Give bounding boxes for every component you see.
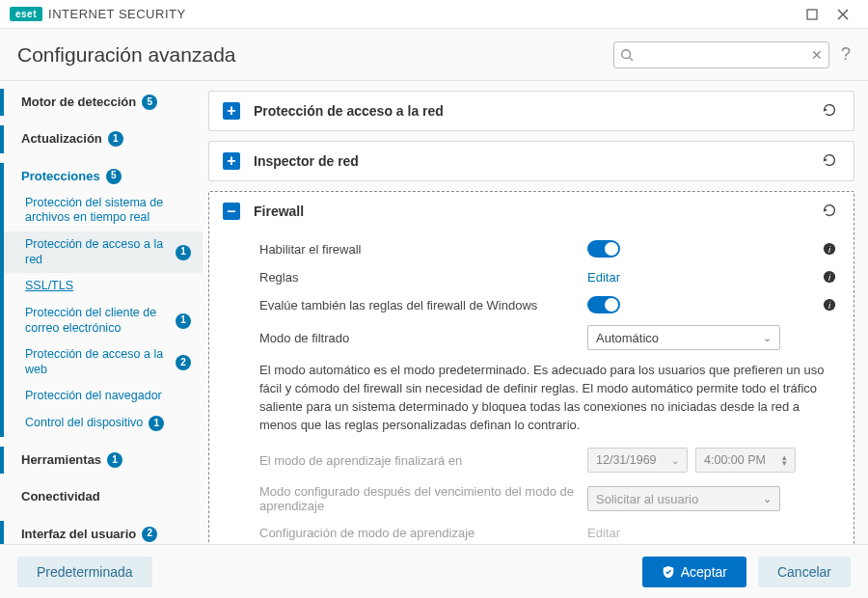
badge: 2: [142, 527, 157, 542]
collapse-icon: [223, 203, 240, 220]
info-icon[interactable]: i: [823, 270, 836, 284]
badge: 5: [106, 169, 122, 184]
badge: 5: [142, 95, 157, 110]
panel-header-firewall[interactable]: Firewall: [209, 192, 854, 231]
row-after-learning: Modo configurado después del vencimiento…: [259, 478, 836, 519]
badge: 2: [176, 355, 191, 370]
search-clear-button[interactable]: ✕: [811, 48, 828, 62]
undo-icon: [821, 151, 838, 169]
panel-title: Firewall: [254, 204, 304, 219]
cancel-button[interactable]: Cancelar: [758, 557, 851, 587]
svg-point-1: [622, 49, 631, 58]
label-eval-windows: Evalúe también las reglas del firewall d…: [259, 298, 587, 313]
toggle-eval-windows[interactable]: [587, 296, 620, 313]
date-learning-ends: 12/31/1969 ⌄: [587, 448, 688, 473]
search-icon: [620, 48, 634, 62]
search-box[interactable]: ✕: [613, 41, 829, 68]
undo-icon: [821, 101, 838, 119]
label-enable-firewall: Habilitar el firewall: [259, 242, 587, 257]
square-icon: [806, 9, 818, 20]
badge: 1: [176, 313, 191, 329]
badge: 1: [149, 416, 164, 431]
brand: eset INTERNET SECURITY: [10, 7, 186, 21]
sidebar: Motor de detección 5 Actualización 1 Pro…: [0, 81, 203, 544]
sidebar-item-realtime-fs[interactable]: Protección del sistema de archivos en ti…: [0, 190, 203, 231]
row-filter-mode: Modo de filtrado Automático ⌄: [259, 319, 836, 356]
chevron-down-icon: ⌄: [763, 493, 772, 505]
filter-mode-description: El modo automático es el modo predetermi…: [259, 356, 836, 442]
link-edit-rules[interactable]: Editar: [587, 270, 620, 285]
panel-header-net-access[interactable]: Protección de acceso a la red: [209, 92, 854, 130]
time-learning-ends: 4:00:00 PM ▴▾: [695, 448, 796, 473]
footer: Predeterminada Aceptar Cancelar: [0, 544, 868, 598]
search-input[interactable]: [634, 48, 811, 62]
sidebar-item-ssl-tls[interactable]: SSL/TLS: [0, 273, 203, 300]
row-learning-config: Configuración de modo de aprendizaje Edi…: [259, 519, 836, 544]
sidebar-item-net-access[interactable]: Protección de acceso a la red 1: [0, 231, 203, 273]
svg-line-2: [630, 57, 634, 61]
stepper-icon: ▴▾: [782, 454, 787, 467]
label-learning-config: Configuración de modo de aprendizaje: [259, 526, 587, 540]
badge: 1: [176, 245, 191, 260]
header: Configuración avanzada ✕ ?: [0, 29, 868, 81]
sidebar-item-ui[interactable]: Interfaz del usuario 2: [0, 521, 203, 545]
toggle-enable-firewall[interactable]: [587, 240, 620, 258]
brand-product: INTERNET SECURITY: [48, 7, 186, 21]
sidebar-item-device-ctrl[interactable]: Control del dispositivo 1: [0, 410, 203, 437]
label-after-learning: Modo configurado después del vencimiento…: [259, 484, 587, 513]
sidebar-item-browser[interactable]: Protección del navegador: [0, 383, 203, 410]
expand-icon: [223, 102, 240, 120]
panel-title: Inspector de red: [254, 153, 359, 169]
panel-net-inspector: Inspector de red: [208, 141, 854, 181]
sidebar-item-update[interactable]: Actualización 1: [0, 125, 203, 152]
label-rules: Reglas: [259, 270, 587, 285]
brand-badge: eset: [10, 7, 42, 21]
label-filter-mode: Modo de filtrado: [259, 331, 587, 345]
chevron-down-icon: ⌄: [671, 455, 679, 466]
panel-firewall: Firewall Habilitar el firewall i Reglas …: [208, 191, 854, 544]
expand-icon: [223, 152, 240, 170]
panel-body-firewall: Habilitar el firewall i Reglas Editar i …: [209, 231, 854, 544]
sidebar-item-mail-client[interactable]: Protección del cliente de correo electró…: [0, 300, 203, 341]
undo-icon: [821, 202, 838, 219]
undo-button[interactable]: [821, 151, 840, 171]
titlebar: eset INTERNET SECURITY: [0, 0, 868, 29]
panel-net-access: Protección de acceso a la red: [208, 91, 854, 131]
help-button[interactable]: ?: [841, 44, 851, 65]
sidebar-item-tools[interactable]: Herramientas 1: [0, 447, 203, 474]
sidebar-item-protections[interactable]: Protecciones 5: [0, 163, 203, 190]
undo-button[interactable]: [821, 202, 840, 221]
row-eval-windows: Evalúe también las reglas del firewall d…: [259, 290, 836, 319]
accept-button[interactable]: Aceptar: [642, 557, 746, 587]
svg-rect-0: [807, 10, 817, 19]
info-icon[interactable]: i: [823, 298, 836, 312]
label-learning-ends: El modo de aprendizaje finalizará en: [259, 453, 587, 468]
row-rules: Reglas Editar i: [259, 263, 836, 290]
row-learning-ends: El modo de aprendizaje finalizará en 12/…: [259, 442, 836, 478]
window-close-button[interactable]: [827, 0, 858, 29]
sidebar-item-web-access[interactable]: Protección de acceso a la web 2: [0, 341, 203, 383]
close-icon: [837, 9, 849, 20]
select-after-learning: Solicitar al usuario ⌄: [587, 486, 780, 511]
shield-icon: [662, 565, 675, 579]
undo-button[interactable]: [821, 101, 840, 121]
window-maximize-button[interactable]: [797, 0, 827, 29]
page-title: Configuración avanzada: [17, 43, 236, 67]
badge: 1: [107, 452, 122, 468]
main-content: Protección de acceso a la red Inspector …: [203, 81, 868, 544]
info-icon[interactable]: i: [823, 242, 836, 256]
link-edit-learning-config: Editar: [587, 526, 620, 540]
row-enable-firewall: Habilitar el firewall i: [259, 234, 836, 263]
sidebar-item-detection[interactable]: Motor de detección 5: [0, 89, 203, 116]
chevron-down-icon: ⌄: [763, 332, 772, 344]
select-filter-mode[interactable]: Automático ⌄: [587, 325, 780, 350]
panel-title: Protección de acceso a la red: [254, 103, 444, 119]
default-button[interactable]: Predeterminada: [17, 557, 152, 587]
panel-header-net-inspector[interactable]: Inspector de red: [209, 142, 854, 180]
select-filter-mode-value: Automático: [596, 331, 659, 345]
badge: 1: [108, 131, 123, 147]
sidebar-item-connectivity[interactable]: Conectividad: [0, 483, 203, 510]
